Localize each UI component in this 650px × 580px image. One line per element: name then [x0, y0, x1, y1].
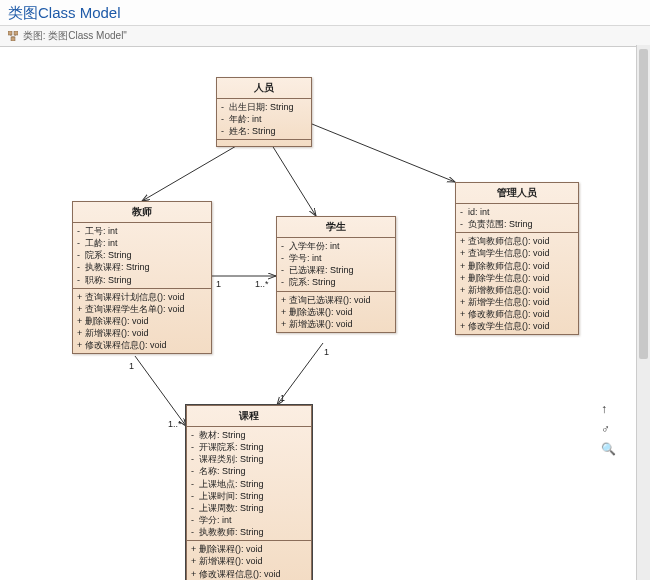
svg-line-4 — [13, 35, 16, 37]
svg-rect-2 — [11, 37, 15, 41]
svg-line-9 — [135, 356, 186, 426]
svg-rect-0 — [8, 31, 12, 35]
svg-line-6 — [270, 142, 316, 216]
link-icon[interactable]: ♂ — [601, 422, 616, 436]
tab-bar: 类图: 类图Class Model" — [0, 26, 650, 47]
multiplicity: 1 — [324, 347, 329, 357]
class-ops — [217, 140, 311, 146]
multiplicity: 1..* — [168, 419, 182, 429]
class-ops: +查询课程计划信息(): void +查询课程学生名单(): void +删除课… — [73, 289, 211, 354]
multiplicity: 1..* — [255, 279, 269, 289]
class-name: 人员 — [217, 78, 311, 99]
zoom-icon[interactable]: 🔍 — [601, 442, 616, 456]
diagram-canvas[interactable]: 1 1..* 1 1 1..* 1 人员 -出生日期: String -年龄: … — [0, 47, 650, 580]
page-title: 类图Class Model — [0, 0, 650, 26]
class-name: 学生 — [277, 217, 395, 238]
diagram-icon — [8, 31, 18, 41]
class-ops: +删除课程(): void +新增课程(): void +修改课程信息(): v… — [187, 541, 311, 580]
class-admin[interactable]: 管理人员 -id: int -负责范围: String +查询教师信息(): v… — [455, 182, 579, 335]
svg-line-7 — [312, 124, 455, 182]
class-attrs: -id: int -负责范围: String — [456, 204, 578, 233]
scrollbar-thumb[interactable] — [639, 49, 648, 359]
class-student[interactable]: 学生 -入学年份: int -学号: int -已选课程: String -院系… — [276, 216, 396, 333]
class-teacher[interactable]: 教师 -工号: int -工龄: int -院系: String -执教课程: … — [72, 201, 212, 354]
multiplicity: 1 — [280, 393, 285, 403]
class-ops: +查询已选课程(): void +删除选课(): void +新增选课(): v… — [277, 292, 395, 332]
class-attrs: -教材: String -开课院系: String -课程类别: String … — [187, 427, 311, 541]
tab-label[interactable]: 类图: 类图Class Model" — [23, 30, 127, 41]
class-attrs: -出生日期: String -年龄: int -姓名: String — [217, 99, 311, 140]
class-name: 教师 — [73, 202, 211, 223]
class-ops: +查询教师信息(): void +查询学生信息(): void +删除教师信息(… — [456, 233, 578, 334]
quick-tools: ↑ ♂ 🔍 — [601, 402, 616, 456]
svg-rect-1 — [14, 31, 18, 35]
svg-line-5 — [142, 142, 243, 201]
class-attrs: -工号: int -工龄: int -院系: String -执教课程: Str… — [73, 223, 211, 289]
class-name: 管理人员 — [456, 183, 578, 204]
arrow-up-icon[interactable]: ↑ — [601, 402, 616, 416]
class-name: 课程 — [187, 406, 311, 427]
class-person[interactable]: 人员 -出生日期: String -年龄: int -姓名: String — [216, 77, 312, 147]
vertical-scrollbar[interactable] — [636, 45, 650, 580]
class-course[interactable]: 课程 -教材: String -开课院系: String -课程类别: Stri… — [186, 405, 312, 580]
class-attrs: -入学年份: int -学号: int -已选课程: String -院系: S… — [277, 238, 395, 292]
svg-line-3 — [10, 35, 13, 37]
multiplicity: 1 — [216, 279, 221, 289]
multiplicity: 1 — [129, 361, 134, 371]
